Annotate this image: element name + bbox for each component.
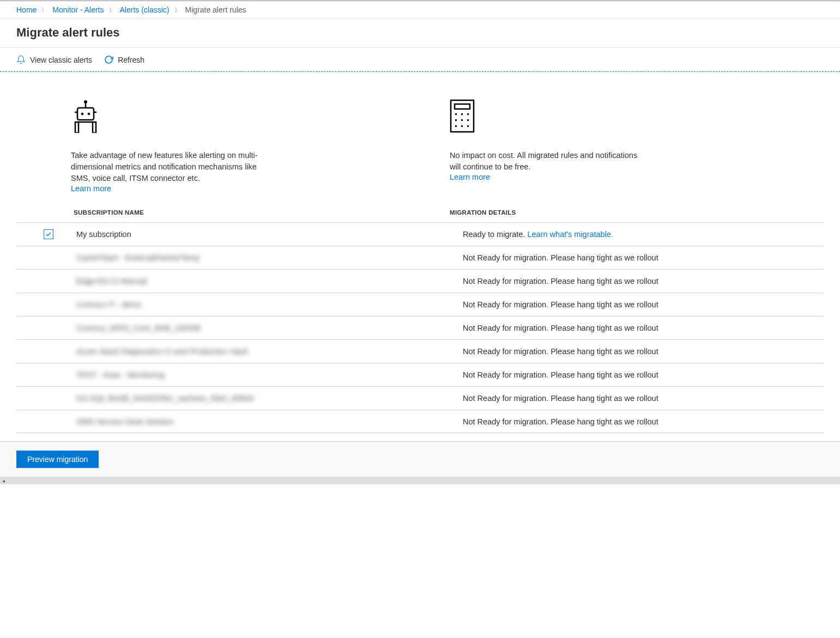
subscription-name: DS-SQL-BASE_RANDOM1_sachwin_R&D_60843 bbox=[74, 394, 254, 403]
subscriptions-table: SUBSCRIPTION NAME MIGRATION DETAILS My s… bbox=[0, 209, 840, 433]
refresh-icon bbox=[104, 55, 113, 64]
table-row[interactable]: CacheTeam - ExternalPartnerTempNot Ready… bbox=[16, 246, 824, 269]
svg-rect-14 bbox=[467, 113, 469, 115]
svg-rect-13 bbox=[461, 113, 463, 115]
checkbox[interactable] bbox=[44, 229, 53, 239]
migration-details: Not Ready for migration. Please hang tig… bbox=[450, 324, 824, 332]
migration-details: Not Ready for migration. Please hang tig… bbox=[450, 277, 824, 285]
footer-bar: Preview migration bbox=[0, 441, 840, 477]
table-row[interactable]: Edge-ES-CI-ManualNot Ready for migration… bbox=[16, 269, 824, 293]
table-row[interactable]: OMS Service Desk SolutionNot Ready for m… bbox=[16, 410, 824, 433]
subscription-name: My subscription bbox=[74, 230, 131, 239]
robot-icon bbox=[71, 99, 259, 135]
subscription-name: Edge-ES-CI-Manual bbox=[74, 277, 147, 285]
chevron-right-icon: 〉 bbox=[41, 6, 47, 14]
svg-point-0 bbox=[84, 100, 87, 104]
learn-migratable-link[interactable]: Learn what's migratable. bbox=[527, 230, 613, 239]
svg-rect-7 bbox=[75, 122, 78, 133]
table-row[interactable]: Azure Stack Diagnostics CI and Productio… bbox=[16, 339, 824, 363]
view-classic-alerts-label: View classic alerts bbox=[30, 56, 92, 64]
migration-details: Not Ready for migration. Please hang tig… bbox=[450, 417, 824, 426]
view-classic-alerts-button[interactable]: View classic alerts bbox=[16, 55, 92, 64]
breadcrumb-home[interactable]: Home bbox=[16, 5, 37, 14]
bottom-strip: ◂ bbox=[0, 477, 840, 484]
migration-details: Ready to migrate. Learn what's migratabl… bbox=[450, 230, 824, 239]
table-row[interactable]: DS-SQL-BASE_RANDOM1_sachwin_R&D_60843Not… bbox=[16, 386, 824, 410]
info-panel-features: Take advantage of new features like aler… bbox=[71, 99, 259, 193]
info-panels: Take advantage of new features like aler… bbox=[0, 72, 840, 209]
svg-rect-17 bbox=[467, 119, 469, 121]
table-row[interactable]: My subscriptionReady to migrate. Learn w… bbox=[16, 222, 824, 246]
info-cost-text: No impact on cost. All migrated rules an… bbox=[450, 150, 638, 173]
svg-rect-18 bbox=[455, 125, 457, 127]
toolbar: View classic alerts Refresh bbox=[0, 48, 840, 72]
info-features-text: Take advantage of new features like aler… bbox=[71, 150, 259, 184]
migration-details: Not Ready for migration. Please hang tig… bbox=[450, 370, 824, 379]
calculator-icon bbox=[450, 99, 638, 135]
svg-rect-20 bbox=[467, 125, 469, 127]
chevron-right-icon: 〉 bbox=[109, 6, 115, 14]
learn-more-cost-link[interactable]: Learn more bbox=[450, 173, 490, 181]
subscription-name: Contoso IT - demo bbox=[74, 300, 142, 309]
table-row[interactable]: TEST - Azax - MonitoringNot Ready for mi… bbox=[16, 363, 824, 386]
svg-rect-12 bbox=[455, 113, 457, 115]
breadcrumb-alerts-classic[interactable]: Alerts (classic) bbox=[120, 5, 170, 14]
breadcrumb: Home 〉 Monitor - Alerts 〉 Alerts (classi… bbox=[0, 2, 840, 19]
page-title: Migrate alert rules bbox=[0, 19, 840, 48]
subscription-name: OMS Service Desk Solution bbox=[74, 417, 174, 426]
svg-rect-11 bbox=[455, 104, 470, 109]
svg-rect-19 bbox=[461, 125, 463, 127]
refresh-button[interactable]: Refresh bbox=[104, 55, 144, 64]
table-row[interactable]: Contoso IT - demoNot Ready for migration… bbox=[16, 293, 824, 316]
breadcrumb-monitor-alerts[interactable]: Monitor - Alerts bbox=[52, 5, 104, 14]
migration-details: Not Ready for migration. Please hang tig… bbox=[450, 347, 824, 356]
table-row[interactable]: Cosmos_WDG_Core_BnB_100348Not Ready for … bbox=[16, 316, 824, 339]
breadcrumb-current: Migrate alert rules bbox=[185, 5, 246, 14]
subscription-name: Cosmos_WDG_Core_BnB_100348 bbox=[74, 324, 201, 332]
svg-rect-2 bbox=[77, 108, 94, 120]
svg-point-5 bbox=[81, 113, 84, 116]
refresh-label: Refresh bbox=[118, 56, 144, 64]
svg-rect-16 bbox=[461, 119, 463, 121]
migration-details: Not Ready for migration. Please hang tig… bbox=[450, 394, 824, 403]
svg-rect-15 bbox=[455, 119, 457, 121]
migration-details: Not Ready for migration. Please hang tig… bbox=[450, 253, 824, 262]
column-header-migration-details: MIGRATION DETAILS bbox=[450, 209, 824, 216]
bell-icon bbox=[16, 55, 26, 64]
migration-details: Not Ready for migration. Please hang tig… bbox=[450, 300, 824, 309]
column-header-subscription-name: SUBSCRIPTION NAME bbox=[71, 209, 450, 216]
chevron-right-icon: 〉 bbox=[174, 6, 180, 14]
svg-point-6 bbox=[88, 113, 90, 116]
triangle-left-icon: ◂ bbox=[2, 478, 5, 484]
subscription-name: Azure Stack Diagnostics CI and Productio… bbox=[74, 347, 249, 356]
preview-migration-button[interactable]: Preview migration bbox=[16, 451, 99, 468]
info-panel-cost: No impact on cost. All migrated rules an… bbox=[450, 99, 638, 193]
learn-more-features-link[interactable]: Learn more bbox=[71, 184, 111, 193]
svg-rect-9 bbox=[93, 122, 96, 133]
subscription-name: CacheTeam - ExternalPartnerTemp bbox=[74, 253, 200, 262]
table-header: SUBSCRIPTION NAME MIGRATION DETAILS bbox=[16, 209, 824, 222]
subscription-name: TEST - Azax - Monitoring bbox=[74, 370, 165, 379]
